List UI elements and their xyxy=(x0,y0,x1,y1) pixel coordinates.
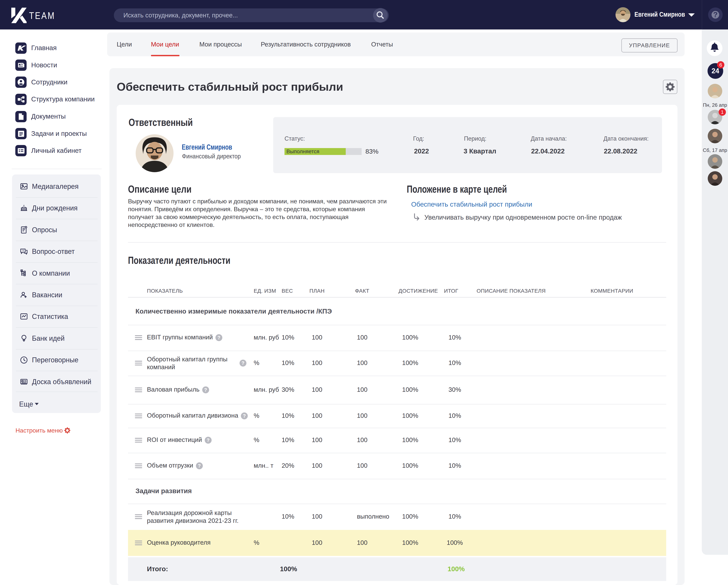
svg-text:?: ? xyxy=(713,11,718,19)
svg-text:?: ? xyxy=(22,249,24,252)
